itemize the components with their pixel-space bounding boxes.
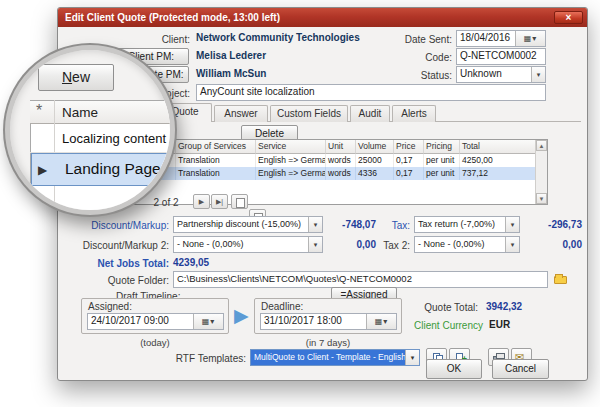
timeline-arrow-icon: ▶ bbox=[234, 304, 249, 327]
col-service[interactable]: Service bbox=[256, 140, 326, 154]
tax-select[interactable]: Tax return (-7,00%) ▾ bbox=[414, 216, 520, 233]
screenshot-stage: Edit Client Quote (Protected mode, 13:00… bbox=[0, 0, 600, 407]
calendar-icon[interactable]: ▦▾ bbox=[515, 31, 545, 46]
col-volume[interactable]: Volume bbox=[356, 140, 394, 154]
tab-answer[interactable]: Answer bbox=[214, 105, 268, 122]
tab-audit[interactable]: Audit bbox=[350, 105, 390, 122]
status-label: Status: bbox=[388, 69, 452, 82]
folder-icon bbox=[554, 276, 567, 284]
col-price[interactable]: Price bbox=[394, 140, 424, 154]
assigned-groupbox: Assigned: 24/10/2017 09:00 ▦▾ bbox=[81, 298, 229, 334]
tax-label: Tax: bbox=[368, 219, 410, 232]
magnified-row-name: Localizing content bbox=[62, 131, 166, 146]
client-pm-value: Melisa Lederer bbox=[196, 50, 266, 61]
magnified-selected-row-name: Landing Page bbox=[65, 160, 161, 178]
deadline-note: (in 7 days) bbox=[254, 337, 402, 348]
close-icon[interactable]: × bbox=[554, 11, 583, 24]
client-project-input[interactable]: AnyCount site localization bbox=[196, 84, 546, 101]
chevron-down-icon[interactable]: ▾ bbox=[531, 67, 545, 82]
tax-2-label: Tax 2: bbox=[368, 239, 410, 252]
discount-markup-select[interactable]: Partnership discount (-15,00%) ▾ bbox=[173, 216, 323, 233]
rtf-templates-label: RTF Templates: bbox=[154, 352, 246, 365]
scroll-up-icon[interactable]: ▲ bbox=[536, 140, 547, 151]
quote-folder-label: Quote Folder: bbox=[64, 274, 169, 287]
magnified-new-row-marker-icon: * bbox=[36, 102, 42, 120]
tab-custom-fields[interactable]: Custom Fields bbox=[270, 105, 348, 122]
tax-2-amount: 0,00 bbox=[520, 239, 582, 250]
magnified-row-marker-icon: ▶ bbox=[38, 163, 47, 177]
tax-2-select[interactable]: - None - (0,00%) ▾ bbox=[414, 236, 520, 253]
status-select[interactable]: Unknown ▾ bbox=[456, 66, 546, 83]
client-value: Network Community Technologies bbox=[196, 32, 360, 43]
discount-markup-2-label: Discount/Markup 2: bbox=[64, 239, 169, 252]
deadline-groupbox: Deadline: 31/10/2017 18:00 ▦▾ bbox=[254, 298, 402, 334]
client-currency-label: Client Currency bbox=[393, 319, 483, 332]
pager-position: 2 of 2 bbox=[143, 196, 189, 209]
chevron-down-icon[interactable]: ▾ bbox=[505, 217, 519, 232]
magnified-name-column-header: Name bbox=[62, 105, 98, 120]
cancel-button[interactable]: Cancel bbox=[492, 359, 549, 379]
open-folder-button[interactable] bbox=[552, 271, 571, 288]
pager-next-icon[interactable]: ▶ bbox=[193, 194, 210, 209]
col-unit[interactable]: Unit bbox=[326, 140, 356, 154]
tax-amount: -296,73 bbox=[520, 219, 582, 230]
deadline-label: Deadline: bbox=[261, 300, 303, 313]
scroll-down-icon[interactable]: ▼ bbox=[536, 193, 547, 204]
tab-alerts[interactable]: Alerts bbox=[392, 105, 436, 122]
net-jobs-total-label: Net Jobs Total: bbox=[64, 257, 169, 270]
dialog-titlebar[interactable]: Edit Client Quote (Protected mode, 13:00… bbox=[58, 8, 587, 27]
pager-extra-button-1[interactable] bbox=[231, 194, 248, 209]
client-currency-value: EUR bbox=[489, 319, 510, 330]
chevron-down-icon[interactable]: ▾ bbox=[405, 350, 419, 365]
col-pricing[interactable]: Pricing bbox=[424, 140, 460, 154]
vertical-scrollbar[interactable]: ▲ ▼ bbox=[535, 140, 547, 204]
date-sent-label: Date Sent: bbox=[388, 33, 452, 46]
discount-markup-label: Discount/Markup: bbox=[64, 219, 169, 232]
dialog-title: Edit Client Quote (Protected mode, 13:00… bbox=[65, 12, 280, 23]
magnifier-overlay: New * Name Localizing content ▶ Landing … bbox=[5, 45, 175, 215]
date-sent-input[interactable]: 18/04/2016 ▦▾ bbox=[456, 30, 546, 47]
quote-folder-input[interactable]: C:\Business\Clients\NETCOM\Quotes\Q-NETC… bbox=[173, 271, 548, 288]
calendar-icon[interactable]: ▦▾ bbox=[366, 314, 396, 329]
quote-total-label: Quote Total: bbox=[393, 301, 478, 314]
discount-markup-2-select[interactable]: - None - (0,00%) ▾ bbox=[173, 236, 323, 253]
pager-last-icon[interactable]: ▶| bbox=[211, 194, 228, 209]
assigned-date-input[interactable]: 24/10/2017 09:00 ▦▾ bbox=[87, 313, 224, 330]
calendar-icon[interactable]: ▦▾ bbox=[193, 314, 223, 329]
client-label: Client: bbox=[128, 33, 190, 46]
quote-total-value: 3942,32 bbox=[486, 301, 522, 312]
magnified-selected-row: ▶ Landing Page bbox=[31, 153, 172, 186]
magnified-new-button: New bbox=[38, 64, 114, 91]
chevron-down-icon[interactable]: ▾ bbox=[308, 217, 322, 232]
rtf-templates-select[interactable]: MultiQuote to Client - Template - Englis… bbox=[250, 349, 420, 366]
chevron-down-icon[interactable]: ▾ bbox=[505, 237, 519, 252]
chevron-down-icon[interactable]: ▾ bbox=[308, 237, 322, 252]
magnified-header-strip bbox=[30, 100, 170, 124]
col-total[interactable]: Total bbox=[460, 140, 536, 154]
code-input[interactable]: Q-NETCOM0002 bbox=[456, 48, 546, 65]
assigned-note: (today) bbox=[81, 337, 229, 348]
corporate-pm-value: William McSun bbox=[196, 68, 266, 79]
code-label: Code: bbox=[388, 51, 452, 64]
assigned-label: Assigned: bbox=[88, 300, 132, 313]
deadline-date-input[interactable]: 31/10/2017 18:00 ▦▾ bbox=[260, 313, 397, 330]
ok-button[interactable]: OK bbox=[426, 359, 482, 379]
net-jobs-total-value: 4239,05 bbox=[173, 257, 209, 268]
col-group[interactable]: Group of Services bbox=[176, 140, 256, 154]
